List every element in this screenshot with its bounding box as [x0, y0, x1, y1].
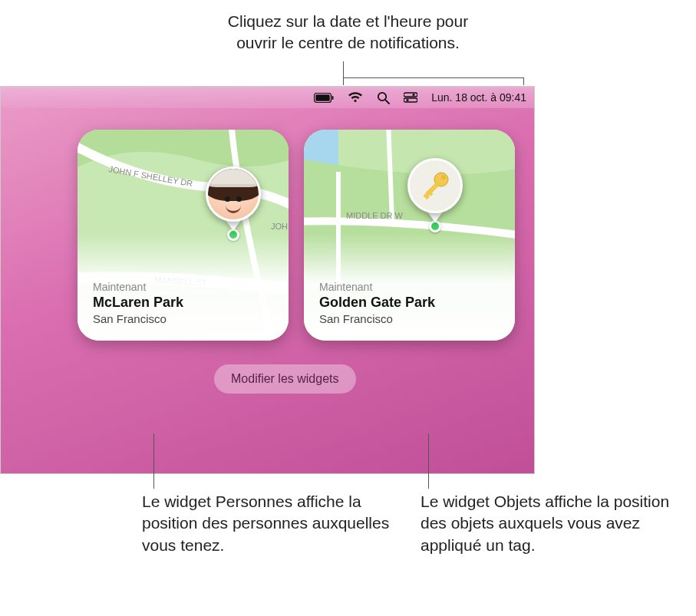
svg-rect-2	[332, 96, 334, 100]
svg-rect-5	[404, 93, 417, 97]
callout-line	[343, 77, 524, 78]
svg-point-8	[407, 99, 409, 101]
callout-line	[153, 433, 154, 489]
widget-timestamp: Maintenant	[319, 281, 500, 293]
widget-location-name: McLaren Park	[93, 295, 273, 311]
svg-point-17	[441, 175, 446, 180]
widget-info: Maintenant McLaren Park San Francisco	[78, 233, 289, 341]
svg-rect-1	[316, 94, 330, 100]
widget-people[interactable]: JOHN F SHELLEY DR MANSELL ST JOH Mainten…	[78, 130, 289, 341]
svg-text:JOH: JOH	[271, 222, 288, 231]
edit-widgets-button[interactable]: Modifier les widgets	[214, 364, 356, 394]
callout-line	[343, 61, 344, 78]
callout-top-line1: Cliquez sur la date et l'heure pour	[228, 12, 468, 30]
pin-tail	[427, 212, 443, 222]
spotlight-icon[interactable]	[377, 91, 390, 104]
callout-people-widget: Le widget Personnes affiche la position …	[142, 491, 403, 556]
widget-city: San Francisco	[319, 312, 500, 325]
svg-text:MIDDLE DR W: MIDDLE DR W	[346, 211, 404, 220]
item-pin	[407, 158, 463, 213]
key-icon	[418, 169, 452, 203]
widget-items[interactable]: MIDDLE DR W Maintenant Golden Gate Park …	[304, 130, 515, 341]
control-center-icon[interactable]	[404, 92, 417, 103]
person-avatar	[206, 166, 261, 222]
callout-items-widget: Le widget Objets affiche la position des…	[421, 491, 681, 556]
menu-bar: Lun. 18 oct. à 09:41	[1, 87, 534, 108]
svg-line-4	[385, 100, 389, 104]
wifi-icon[interactable]	[348, 92, 363, 103]
callout-top: Cliquez sur la date et l'heure pour ouvr…	[0, 11, 696, 54]
widget-location-name: Golden Gate Park	[319, 295, 500, 311]
widget-timestamp: Maintenant	[93, 281, 273, 293]
svg-point-6	[413, 94, 415, 96]
widget-info: Maintenant Golden Gate Park San Francisc…	[304, 233, 515, 341]
memoji-icon	[208, 169, 259, 219]
desktop: Lun. 18 oct. à 09:41 JOHN F SHELLEY DR M…	[0, 86, 535, 474]
battery-icon[interactable]	[314, 93, 334, 103]
pin-tail	[226, 220, 241, 231]
menu-bar-datetime[interactable]: Lun. 18 oct. à 09:41	[431, 91, 526, 104]
widget-city: San Francisco	[93, 312, 273, 325]
callout-top-line2: ouvrir le centre de notifications.	[236, 34, 460, 51]
callout-line	[428, 433, 429, 489]
svg-rect-7	[404, 98, 417, 102]
widgets-area: JOHN F SHELLEY DR MANSELL ST JOH Mainten…	[78, 130, 515, 341]
